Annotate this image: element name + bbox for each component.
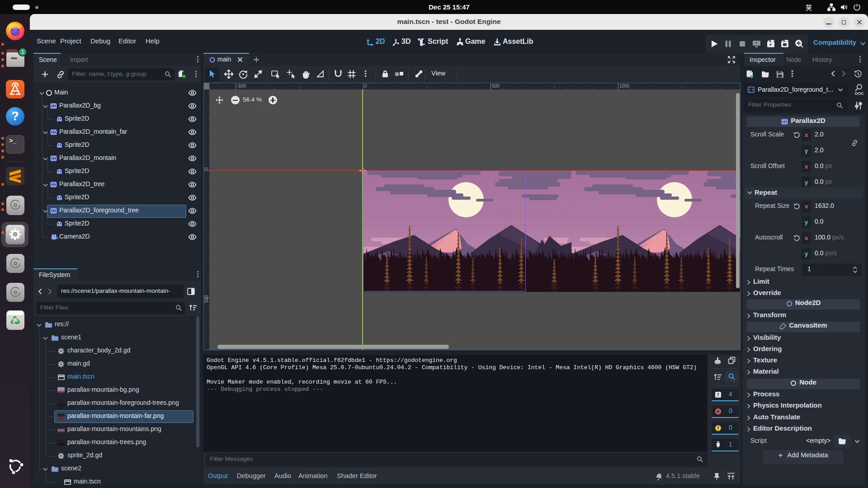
svg-text:DOC: DOC	[855, 91, 864, 96]
